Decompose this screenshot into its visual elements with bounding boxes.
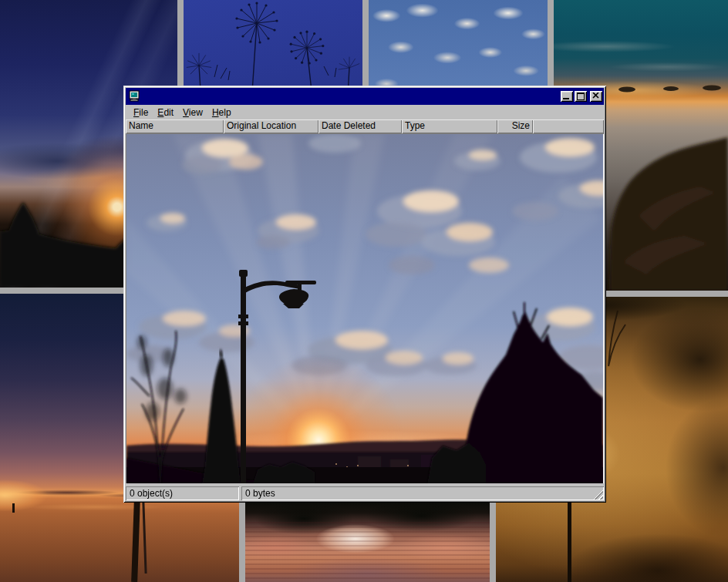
sunset-lamp-photo [126,134,603,483]
recycle-bin-window: File Edit View Help Name Original Locati… [123,86,606,503]
menu-help[interactable]: Help [207,106,236,119]
titlebar[interactable] [126,88,604,105]
file-list-area[interactable] [126,133,604,483]
water-pole [131,500,140,582]
minimize-icon [563,98,569,99]
menu-view[interactable]: View [178,106,207,119]
status-bar: 0 object(s) 0 bytes [126,483,604,500]
column-header-date-deleted[interactable]: Date Deleted [318,119,402,133]
menu-edit[interactable]: Edit [153,106,178,119]
minimize-button[interactable] [561,91,573,102]
column-header-size[interactable]: Size [497,119,533,133]
maximize-button[interactable] [575,91,587,102]
water-ripples [245,519,490,582]
column-header-original-location[interactable]: Original Location [224,119,318,133]
column-header-filler[interactable] [533,119,604,133]
status-object-count: 0 object(s) [126,486,239,500]
menu-file[interactable]: File [129,106,153,119]
menu-bar: File Edit View Help [126,105,604,119]
water-pole [12,503,15,513]
close-icon [592,93,599,99]
computer-monitor-icon [128,90,140,103]
column-header-type[interactable]: Type [402,119,497,133]
close-button[interactable] [590,91,602,102]
list-column-headers: Name Original Location Date Deleted Type… [126,119,604,133]
water-pole [142,503,147,574]
maximize-icon [577,93,585,100]
status-byte-count: 0 bytes [241,486,604,500]
column-header-name[interactable]: Name [126,119,224,133]
